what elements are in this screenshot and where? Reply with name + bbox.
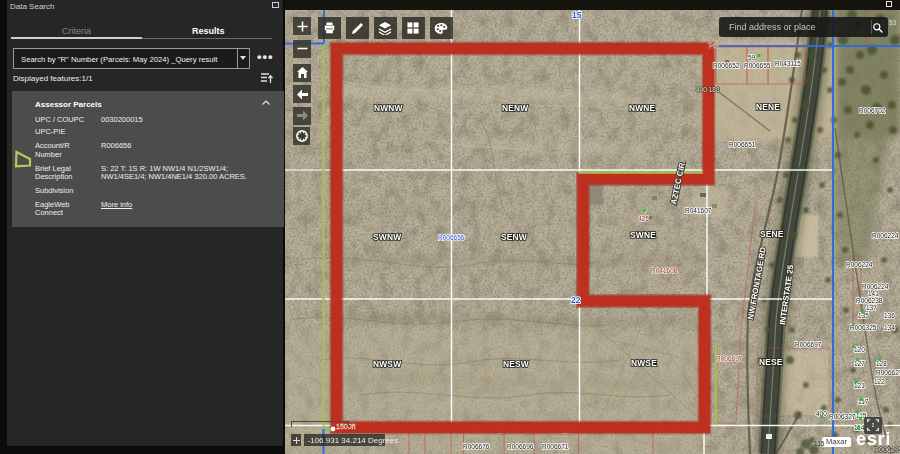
svg-text:SWNW: SWNW — [373, 232, 401, 242]
svg-text:R041608: R041608 — [651, 267, 678, 274]
svg-text:137: 137 — [866, 304, 877, 311]
svg-text:22: 22 — [571, 295, 581, 305]
svg-text:NWNE: NWNE — [629, 103, 656, 113]
svg-text:120: 120 — [854, 346, 865, 353]
svg-text:R006651: R006651 — [729, 141, 756, 148]
svg-text:R006697: R006697 — [795, 341, 822, 348]
svg-text:141: 141 — [868, 290, 879, 297]
svg-text:128: 128 — [876, 360, 887, 367]
svg-text:SENW: SENW — [501, 232, 527, 242]
svg-text:NESW: NESW — [503, 359, 529, 369]
svg-text:136: 136 — [884, 312, 895, 319]
svg-text:R006671: R006671 — [542, 443, 569, 450]
svg-text:121: 121 — [854, 382, 865, 389]
svg-text:400 186: 400 186 — [696, 86, 720, 93]
svg-text:R043115: R043115 — [775, 60, 801, 67]
svg-text:NENW: NENW — [502, 103, 528, 113]
svg-text:R006224: R006224 — [862, 283, 889, 290]
svg-text:R006224: R006224 — [846, 261, 873, 268]
svg-text:134: 134 — [884, 324, 895, 331]
svg-text:R006676: R006676 — [463, 443, 490, 450]
svg-text:R006656: R006656 — [438, 234, 465, 241]
svg-text:R006327: R006327 — [829, 413, 856, 420]
svg-text:R006655: R006655 — [744, 62, 771, 69]
svg-text:425: 425 — [638, 215, 649, 222]
svg-text:SWNE: SWNE — [630, 230, 656, 240]
svg-text:NESE: NESE — [759, 357, 783, 367]
svg-text:749: 749 — [708, 42, 719, 49]
svg-text:NWSW: NWSW — [373, 359, 401, 369]
svg-text:R006652: R006652 — [713, 62, 740, 69]
svg-text:R006697: R006697 — [716, 355, 743, 362]
svg-text:NENE: NENE — [756, 102, 780, 112]
svg-text:R006238: R006238 — [856, 297, 883, 304]
svg-text:NWSE: NWSE — [631, 358, 657, 368]
svg-text:122: 122 — [874, 378, 885, 385]
svg-text:SENE: SENE — [760, 229, 784, 239]
svg-text:127: 127 — [854, 360, 865, 367]
svg-text:R006627: R006627 — [876, 369, 900, 376]
svg-text:R041607: R041607 — [685, 207, 712, 214]
svg-text:59: 59 — [748, 54, 756, 61]
svg-text:R006696: R006696 — [507, 443, 534, 450]
svg-text:117: 117 — [858, 398, 869, 405]
svg-text:R006702: R006702 — [859, 107, 886, 114]
svg-text:R006224: R006224 — [872, 232, 899, 239]
svg-text:15: 15 — [572, 10, 582, 20]
svg-text:NWNW: NWNW — [374, 103, 403, 113]
